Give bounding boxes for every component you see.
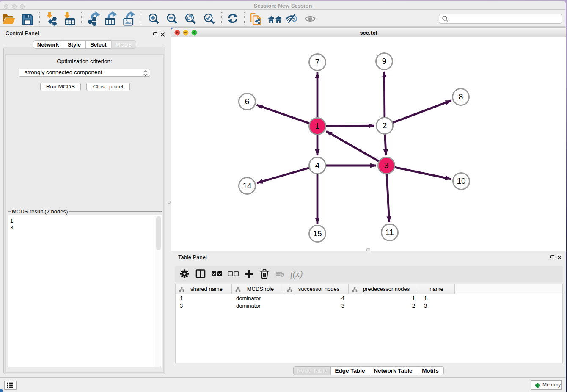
svg-text:15: 15 xyxy=(313,229,322,238)
svg-text:9: 9 xyxy=(382,57,387,66)
svg-text:11: 11 xyxy=(385,228,394,237)
svg-text:7: 7 xyxy=(315,58,320,66)
svg-text:f(x): f(x) xyxy=(290,269,303,279)
svg-text:14: 14 xyxy=(242,181,252,190)
svg-text:2: 2 xyxy=(383,121,387,130)
svg-text:6: 6 xyxy=(245,97,250,106)
svg-text:4: 4 xyxy=(315,161,320,170)
svg-text:10: 10 xyxy=(457,177,465,185)
svg-text:3: 3 xyxy=(384,161,389,170)
svg-text:1: 1 xyxy=(315,121,320,130)
svg-text:8: 8 xyxy=(459,92,463,101)
